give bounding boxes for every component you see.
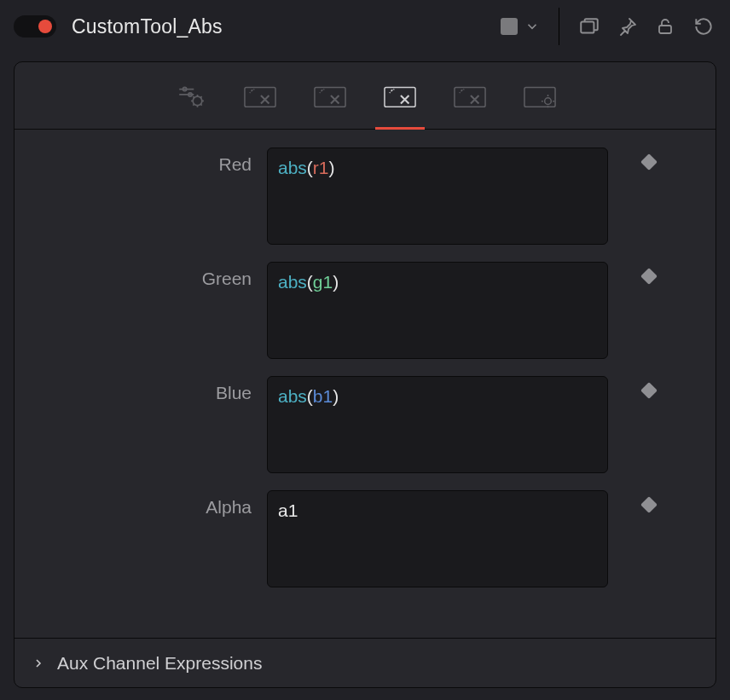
lock-icon[interactable] bbox=[655, 16, 675, 37]
pin-icon[interactable] bbox=[617, 16, 638, 37]
channel-label: Green bbox=[14, 262, 267, 289]
power-indicator-icon bbox=[38, 20, 52, 33]
inspector-panel: Red abs(r1) Green abs(g1) Blue abs(b1) A… bbox=[14, 61, 716, 688]
header-separator bbox=[559, 8, 559, 45]
svg-point-12 bbox=[545, 98, 552, 105]
svg-rect-10 bbox=[455, 88, 485, 107]
expression-field-red[interactable]: abs(r1) bbox=[267, 148, 608, 245]
new-window-icon[interactable] bbox=[578, 15, 600, 38]
tab-expr-1[interactable] bbox=[242, 62, 278, 129]
keyframe-diamond[interactable] bbox=[640, 496, 658, 513]
tile-color-dropdown[interactable] bbox=[524, 19, 540, 34]
expression-field-alpha[interactable]: a1 bbox=[267, 490, 608, 587]
channel-row-blue: Blue abs(b1) bbox=[14, 376, 716, 473]
tab-controls[interactable] bbox=[172, 62, 208, 129]
node-title: CustomTool_Abs bbox=[72, 15, 223, 38]
keyframe-diamond[interactable] bbox=[640, 153, 658, 171]
svg-rect-9 bbox=[385, 88, 415, 107]
keyframe-diamond[interactable] bbox=[640, 268, 658, 285]
channel-label: Alpha bbox=[14, 490, 267, 518]
tab-expr-3[interactable] bbox=[382, 62, 418, 129]
chevron-right-icon bbox=[32, 657, 45, 670]
channel-label: Red bbox=[14, 148, 267, 175]
channel-row-alpha: Alpha a1 bbox=[14, 490, 716, 587]
power-toggle[interactable] bbox=[14, 15, 56, 38]
channel-row-green: Green abs(g1) bbox=[14, 262, 716, 359]
channel-row-red: Red abs(r1) bbox=[14, 148, 716, 245]
svg-rect-0 bbox=[581, 22, 594, 33]
tile-color-swatch[interactable] bbox=[501, 18, 518, 35]
channel-expression-list: Red abs(r1) Green abs(g1) Blue abs(b1) A… bbox=[14, 129, 716, 638]
keyframe-diamond[interactable] bbox=[640, 382, 658, 399]
aux-channels-section-toggle[interactable]: Aux Channel Expressions bbox=[14, 638, 716, 687]
expression-field-green[interactable]: abs(g1) bbox=[267, 262, 608, 359]
tab-expr-2[interactable] bbox=[312, 62, 348, 129]
tab-expr-4[interactable] bbox=[452, 62, 488, 129]
reset-icon[interactable] bbox=[692, 15, 715, 38]
svg-rect-8 bbox=[315, 88, 345, 107]
svg-rect-7 bbox=[245, 88, 275, 107]
svg-rect-1 bbox=[659, 26, 671, 33]
aux-channels-label: Aux Channel Expressions bbox=[57, 653, 262, 674]
expression-field-blue[interactable]: abs(b1) bbox=[267, 376, 608, 473]
inspector-tab-strip bbox=[14, 62, 716, 130]
channel-label: Blue bbox=[14, 376, 267, 403]
tab-settings[interactable] bbox=[522, 62, 558, 129]
